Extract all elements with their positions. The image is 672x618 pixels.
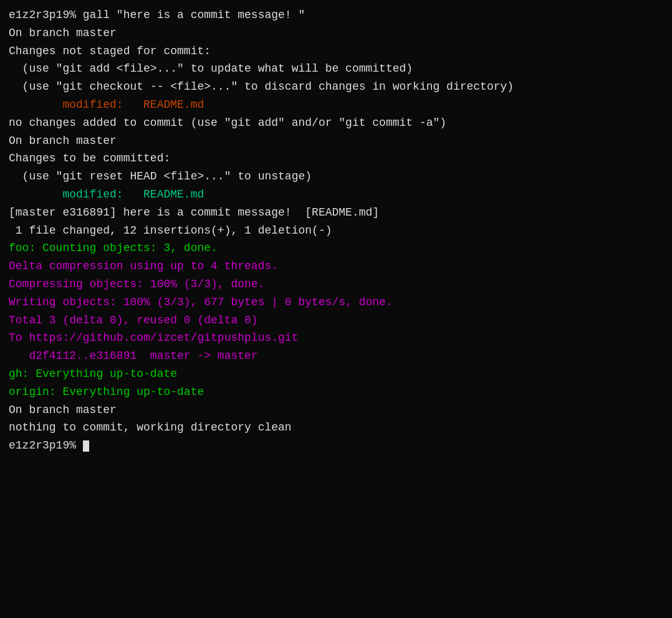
line-23: To https://github.com/izcet/gitpushplus.… bbox=[9, 329, 663, 347]
line-26: origin: Everything up-to-date bbox=[9, 383, 663, 401]
line-10: On branch master bbox=[9, 132, 663, 150]
line-20: Compressing objects: 100% (3/3), done. bbox=[9, 275, 663, 293]
line-17: 1 file changed, 12 insertions(+), 1 dele… bbox=[9, 222, 663, 240]
terminal: e1z2r3p19% gall "here is a commit messag… bbox=[9, 6, 663, 612]
line-11: Changes to be committed: bbox=[9, 150, 663, 168]
line-29: e1z2r3p19% bbox=[9, 437, 663, 455]
line-22: Total 3 (delta 0), reused 0 (delta 0) bbox=[9, 311, 663, 330]
line-27: On branch master bbox=[9, 401, 663, 419]
line-02: On branch master bbox=[9, 24, 663, 42]
line-01: e1z2r3p19% gall "here is a commit messag… bbox=[9, 6, 663, 24]
line-24: d2f4112..e316891 master -> master bbox=[9, 347, 663, 365]
line-21: Writing objects: 100% (3/3), 677 bytes |… bbox=[9, 293, 663, 311]
terminal-cursor bbox=[83, 440, 89, 452]
line-05: (use "git checkout -- <file>..." to disc… bbox=[9, 78, 663, 96]
line-18: foo: Counting objects: 3, done. bbox=[9, 239, 663, 257]
line-07: modified: README.md bbox=[9, 96, 663, 114]
line-12: (use "git reset HEAD <file>..." to unsta… bbox=[9, 168, 663, 186]
line-04: (use "git add <file>..." to update what … bbox=[9, 60, 663, 78]
line-25: gh: Everything up-to-date bbox=[9, 365, 663, 383]
line-14: modified: README.md bbox=[9, 186, 663, 204]
line-09: no changes added to commit (use "git add… bbox=[9, 114, 663, 132]
line-03: Changes not staged for commit: bbox=[9, 42, 663, 60]
line-16: [master e316891] here is a commit messag… bbox=[9, 204, 663, 222]
line-19: Delta compression using up to 4 threads. bbox=[9, 257, 663, 275]
line-28: nothing to commit, working directory cle… bbox=[9, 419, 663, 437]
